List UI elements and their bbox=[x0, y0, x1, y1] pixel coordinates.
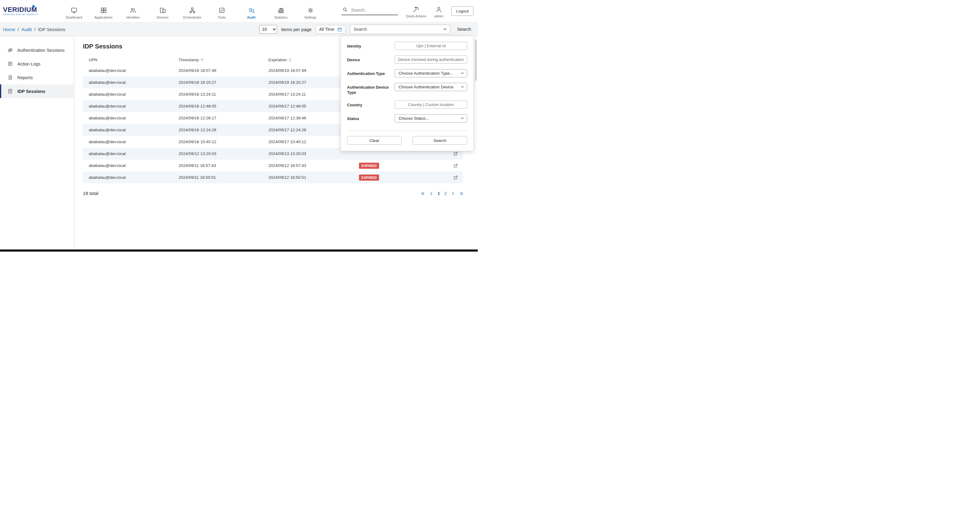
quick-actions-button[interactable]: Quick Actions bbox=[406, 4, 426, 18]
main-nav: Dashboard Applications Identities Device… bbox=[59, 3, 325, 19]
cell-upn: ababalau@dev.local bbox=[83, 116, 173, 120]
filter-label-device: Device bbox=[347, 56, 395, 62]
column-header-upn[interactable]: UPN bbox=[83, 57, 173, 62]
sidebar: Authentication Sessions Action Logs Repo… bbox=[0, 37, 73, 252]
identity-input[interactable] bbox=[395, 42, 467, 50]
cell-upn: ababalau@dev.local bbox=[83, 80, 173, 85]
external-link-icon[interactable] bbox=[453, 175, 458, 180]
column-header-expiration[interactable]: Expiration bbox=[262, 57, 353, 62]
last-page-icon[interactable] bbox=[459, 192, 463, 195]
cell-expiration: 2024/09/17 12:38:46 bbox=[262, 116, 353, 120]
sort-updown-icon bbox=[289, 57, 292, 62]
chevron-down-icon bbox=[443, 28, 447, 30]
external-link-icon[interactable] bbox=[453, 151, 458, 156]
cell-expiration: 2024/09/17 12:24:26 bbox=[262, 128, 353, 132]
authentication-device-type-select[interactable]: Choose Authentication Device bbox=[395, 83, 467, 91]
sidebar-item-authentication-sessions[interactable]: Authentication Sessions bbox=[0, 43, 73, 57]
authentication-type-select[interactable]: Choose Authentication Type... bbox=[395, 69, 467, 77]
cell-expiration: 2024/09/17 13:24:11 bbox=[262, 92, 353, 97]
table-toolbar: 10 items per page All Time Search Search bbox=[259, 25, 474, 34]
status-select[interactable]: Choose Status... bbox=[395, 114, 467, 122]
sort-descending-icon bbox=[200, 59, 204, 61]
time-filter-button[interactable]: All Time bbox=[316, 25, 345, 34]
cell-status: EXPIRED bbox=[353, 175, 442, 181]
cell-upn: ababalau@dev.local bbox=[83, 104, 173, 108]
filter-search-button[interactable]: Search bbox=[413, 136, 467, 145]
filter-row-identity: Identity bbox=[347, 42, 467, 50]
toolbar-search-button[interactable]: Search bbox=[455, 27, 474, 32]
breadcrumb-separator: / bbox=[18, 27, 19, 32]
breadcrumb: Home / Audit / IDP Sessions bbox=[3, 27, 65, 32]
cell-actions bbox=[442, 163, 463, 168]
page-number-1[interactable]: 1 bbox=[438, 191, 440, 196]
veridium-logo[interactable]: VERIDIUM TRUSTED DIGITAL IDENTITY bbox=[3, 6, 49, 16]
previous-page-icon[interactable] bbox=[430, 192, 433, 195]
filter-row-device: Device bbox=[347, 56, 467, 64]
first-page-icon[interactable] bbox=[421, 192, 425, 195]
cell-status: EXPIRED bbox=[353, 163, 442, 169]
search-filter-panel: Identity Device Authentication Type Choo… bbox=[341, 36, 474, 151]
device-input[interactable] bbox=[395, 56, 467, 64]
country-input[interactable] bbox=[395, 100, 467, 109]
global-search[interactable] bbox=[342, 7, 398, 15]
filter-row-country: Country bbox=[347, 100, 467, 109]
cell-upn: ababalau@dev.local bbox=[83, 163, 173, 168]
page-number-2[interactable]: 2 bbox=[444, 191, 447, 196]
filter-row-authentication-device-type: Authentication Device Type Choose Authen… bbox=[347, 83, 467, 95]
nav-item-tools[interactable]: Tools bbox=[207, 3, 237, 19]
tools-icon bbox=[218, 7, 226, 14]
breadcrumb-current: IDP Sessions bbox=[38, 27, 65, 32]
items-per-page-label: items per page bbox=[281, 27, 312, 32]
nav-item-settings[interactable]: Settings bbox=[296, 3, 325, 19]
logo-tagline: TRUSTED DIGITAL IDENTITY bbox=[3, 13, 49, 16]
sidebar-item-idp-sessions[interactable]: IDP Sessions bbox=[0, 84, 73, 98]
eye-off-icon bbox=[7, 47, 13, 53]
cell-actions bbox=[442, 151, 463, 156]
table-footer: 18 total 1 2 bbox=[83, 191, 463, 196]
bottom-edge-bar bbox=[0, 249, 478, 252]
cell-expiration: 2024/09/13 13:20:03 bbox=[262, 151, 353, 156]
clear-button[interactable]: Clear bbox=[347, 136, 402, 145]
sidebar-item-reports[interactable]: Reports bbox=[0, 71, 73, 84]
nav-item-orchestrator[interactable]: Orchestrator bbox=[177, 3, 207, 19]
scrollbar-thumb[interactable] bbox=[475, 40, 477, 81]
cell-timestamp: 2024/09/11 16:57:43 bbox=[173, 163, 262, 168]
nav-item-identities[interactable]: Identities bbox=[118, 3, 148, 19]
filter-label-status: Status bbox=[347, 114, 395, 121]
global-search-input[interactable] bbox=[351, 8, 394, 13]
cell-timestamp: 2024/09/16 12:24:26 bbox=[173, 128, 262, 132]
table-row[interactable]: ababalau@dev.local 2024/09/11 16:50:51 2… bbox=[83, 171, 463, 183]
magic-wand-icon bbox=[412, 6, 420, 13]
nav-item-dashboard[interactable]: Dashboard bbox=[59, 3, 89, 19]
cell-actions bbox=[442, 175, 463, 180]
cell-upn: ababalau@dev.local bbox=[83, 92, 173, 97]
logout-button[interactable]: Logout bbox=[451, 6, 474, 16]
breadcrumb-audit[interactable]: Audit bbox=[21, 27, 32, 32]
cell-timestamp: 2024/09/18 18:07:49 bbox=[173, 68, 262, 73]
external-link-icon[interactable] bbox=[453, 163, 458, 168]
idp-sessions-icon bbox=[7, 88, 13, 94]
filter-row-status: Status Choose Status... bbox=[347, 114, 467, 122]
sidebar-item-action-logs[interactable]: Action Logs bbox=[0, 57, 73, 71]
nav-item-devices[interactable]: Devices bbox=[148, 3, 177, 19]
breadcrumb-separator: / bbox=[34, 27, 35, 32]
filter-label-country: Country bbox=[347, 100, 395, 108]
user-menu[interactable]: admin bbox=[434, 4, 443, 18]
table-row[interactable]: ababalau@dev.local 2024/09/11 16:57:43 2… bbox=[83, 160, 463, 171]
cell-timestamp: 2024/09/16 12:26:17 bbox=[173, 116, 262, 120]
nav-item-audit[interactable]: Audit bbox=[237, 3, 266, 19]
breadcrumb-home[interactable]: Home bbox=[3, 27, 15, 32]
filter-row-authentication-type: Authentication Type Choose Authenticatio… bbox=[347, 69, 467, 77]
column-header-timestamp[interactable]: Timestamp bbox=[173, 57, 262, 62]
cell-upn: ababalau@dev.local bbox=[83, 151, 173, 156]
items-per-page-select[interactable]: 10 bbox=[259, 25, 277, 34]
nav-item-applications[interactable]: Applications bbox=[89, 3, 118, 19]
reports-icon bbox=[7, 75, 13, 80]
pagination: 1 2 bbox=[421, 191, 463, 196]
nav-item-statistics[interactable]: Statistics bbox=[266, 3, 296, 19]
cell-upn: ababalau@dev.local bbox=[83, 140, 173, 144]
cell-expiration: 2024/09/19 16:20:27 bbox=[262, 80, 353, 85]
statistics-icon bbox=[277, 7, 285, 14]
audit-search-dropdown[interactable]: Search bbox=[350, 25, 450, 34]
next-page-icon[interactable] bbox=[451, 192, 455, 195]
